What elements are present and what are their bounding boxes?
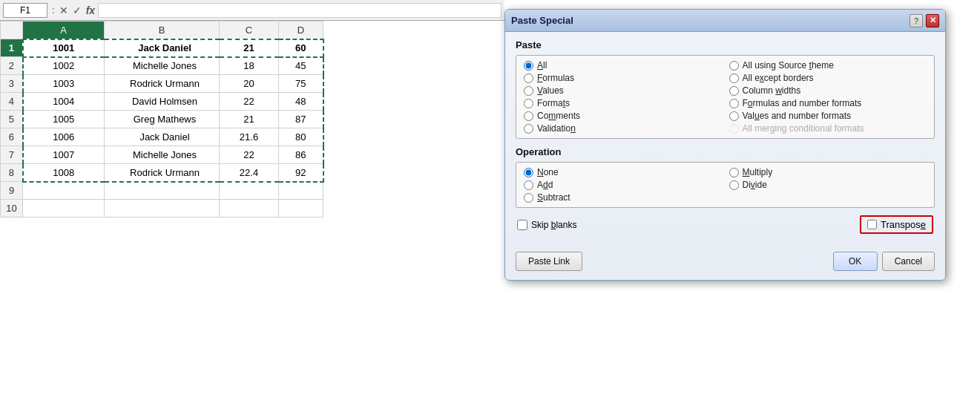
- cell-b2[interactable]: Michelle Jones: [105, 57, 220, 75]
- paste-radio-values-num[interactable]: [729, 111, 739, 121]
- operation-radio-none[interactable]: [524, 168, 533, 177]
- cell-b10[interactable]: [105, 200, 220, 218]
- paste-option-validation[interactable]: Validation: [524, 123, 722, 134]
- cell-a9[interactable]: [23, 182, 105, 200]
- paste-radio-except-borders[interactable]: [729, 73, 739, 83]
- cell-c10[interactable]: [220, 200, 279, 218]
- cell-a1[interactable]: 1001: [23, 39, 105, 57]
- paste-link-button[interactable]: Paste Link: [516, 252, 582, 271]
- cell-a6[interactable]: 1006: [23, 128, 105, 146]
- table-row[interactable]: 9: [1, 182, 323, 200]
- paste-option-all[interactable]: All: [524, 60, 722, 71]
- col-header-c[interactable]: C: [220, 22, 279, 39]
- operation-option-subtract[interactable]: Subtract: [524, 192, 722, 203]
- operation-radio-subtract[interactable]: [524, 193, 533, 203]
- insert-function-icon[interactable]: fx: [86, 4, 95, 16]
- paste-option-values[interactable]: Values: [524, 85, 722, 96]
- operation-option-add[interactable]: Add: [524, 180, 722, 190]
- cell-d8[interactable]: 92: [279, 164, 323, 182]
- paste-radio-col-widths[interactable]: [729, 86, 739, 96]
- paste-option-values-num[interactable]: Values and number formats: [729, 111, 927, 121]
- cell-a10[interactable]: [23, 200, 105, 218]
- cell-c6[interactable]: 21.6: [220, 128, 279, 146]
- cell-b8[interactable]: Rodrick Urmann: [105, 164, 220, 182]
- paste-radio-source-theme[interactable]: [729, 61, 739, 71]
- cell-c2[interactable]: 18: [220, 57, 279, 75]
- table-row[interactable]: 8 1008 Rodrick Urmann 22.4 92: [1, 164, 323, 182]
- cell-c9[interactable]: [220, 182, 279, 200]
- cell-b1[interactable]: Jack Daniel: [105, 39, 220, 57]
- cell-a4[interactable]: 1004: [23, 93, 105, 111]
- cancel-button[interactable]: Cancel: [882, 252, 935, 271]
- paste-option-col-widths[interactable]: Column widths: [729, 85, 927, 96]
- operation-option-multiply[interactable]: Multiply: [729, 167, 927, 177]
- col-header-b[interactable]: B: [105, 22, 220, 39]
- paste-option-formulas-num[interactable]: Formulas and number formats: [729, 98, 927, 108]
- paste-radio-all[interactable]: [524, 61, 533, 71]
- operation-radio-divide[interactable]: [729, 180, 739, 190]
- cell-c8[interactable]: 22.4: [220, 164, 279, 182]
- paste-option-comments[interactable]: Comments: [524, 111, 722, 121]
- formula-input[interactable]: [98, 3, 501, 18]
- cell-c1[interactable]: 21: [220, 39, 279, 57]
- skip-blanks-item[interactable]: Skip blanks: [517, 220, 576, 230]
- cell-d9[interactable]: [279, 182, 323, 200]
- cell-a2[interactable]: 1002: [23, 57, 105, 75]
- cell-c4[interactable]: 22: [220, 93, 279, 111]
- cell-b3[interactable]: Rodrick Urmann: [105, 75, 220, 93]
- paste-option-except-borders[interactable]: All except borders: [729, 73, 927, 83]
- cell-a7[interactable]: 1007: [23, 146, 105, 164]
- cell-a5[interactable]: 1005: [23, 111, 105, 128]
- cell-a3[interactable]: 1003: [23, 75, 105, 93]
- operation-radio-add[interactable]: [524, 180, 533, 190]
- table-row[interactable]: 10: [1, 200, 323, 218]
- paste-option-source-theme[interactable]: All using Source theme: [729, 60, 927, 71]
- paste-radio-formulas-num[interactable]: [729, 99, 739, 108]
- table-row[interactable]: 3 1003 Rodrick Urmann 20 75: [1, 75, 323, 93]
- cell-b6[interactable]: Jack Daniel: [105, 128, 220, 146]
- paste-radio-validation[interactable]: [524, 124, 533, 134]
- table-row[interactable]: 1 1001 Jack Daniel 21 60: [1, 39, 323, 57]
- cell-b4[interactable]: David Holmsen: [105, 93, 220, 111]
- cell-d3[interactable]: 75: [279, 75, 323, 93]
- table-row[interactable]: 6 1006 Jack Daniel 21.6 80: [1, 128, 323, 146]
- cell-d2[interactable]: 45: [279, 57, 323, 75]
- cell-c7[interactable]: 22: [220, 146, 279, 164]
- paste-radio-comments[interactable]: [524, 111, 533, 121]
- cell-b7[interactable]: Michelle Jones: [105, 146, 220, 164]
- paste-radio-values[interactable]: [524, 86, 533, 96]
- cell-d10[interactable]: [279, 200, 323, 218]
- cell-d5[interactable]: 87: [279, 111, 323, 128]
- cell-reference-box[interactable]: [3, 3, 47, 18]
- table-row[interactable]: 4 1004 David Holmsen 22 48: [1, 93, 323, 111]
- skip-blanks-checkbox[interactable]: [517, 220, 527, 230]
- cell-d6[interactable]: 80: [279, 128, 323, 146]
- paste-option-formats[interactable]: Formats: [524, 98, 722, 108]
- col-header-a[interactable]: A: [23, 22, 105, 39]
- table-row[interactable]: 7 1007 Michelle Jones 22 86: [1, 146, 323, 164]
- cell-d1[interactable]: 60: [279, 39, 323, 57]
- table-row[interactable]: 2 1002 Michelle Jones 18 45: [1, 57, 323, 75]
- paste-radio-formats[interactable]: [524, 99, 533, 108]
- cell-b9[interactable]: [105, 182, 220, 200]
- col-header-d[interactable]: D: [279, 22, 323, 39]
- table-row[interactable]: 5 1005 Greg Mathews 21 87: [1, 111, 323, 128]
- cell-d4[interactable]: 48: [279, 93, 323, 111]
- operation-option-none[interactable]: None: [524, 167, 722, 177]
- operation-option-divide[interactable]: Divide: [729, 180, 927, 190]
- operation-radio-multiply[interactable]: [729, 168, 739, 177]
- cancel-formula-icon[interactable]: ✕: [59, 4, 68, 16]
- cell-c5[interactable]: 21: [220, 111, 279, 128]
- cell-a8[interactable]: 1008: [23, 164, 105, 182]
- paste-radio-formulas[interactable]: [524, 73, 533, 83]
- transpose-box[interactable]: Transpose: [860, 215, 933, 234]
- confirm-formula-icon[interactable]: ✓: [73, 4, 82, 16]
- cell-c3[interactable]: 20: [220, 75, 279, 93]
- help-button[interactable]: ?: [910, 14, 923, 27]
- paste-option-formulas[interactable]: Formulas: [524, 73, 722, 83]
- cell-d7[interactable]: 86: [279, 146, 323, 164]
- ok-button[interactable]: OK: [833, 252, 878, 271]
- close-button[interactable]: ✕: [926, 14, 939, 27]
- cell-b5[interactable]: Greg Mathews: [105, 111, 220, 128]
- transpose-checkbox[interactable]: [867, 220, 877, 229]
